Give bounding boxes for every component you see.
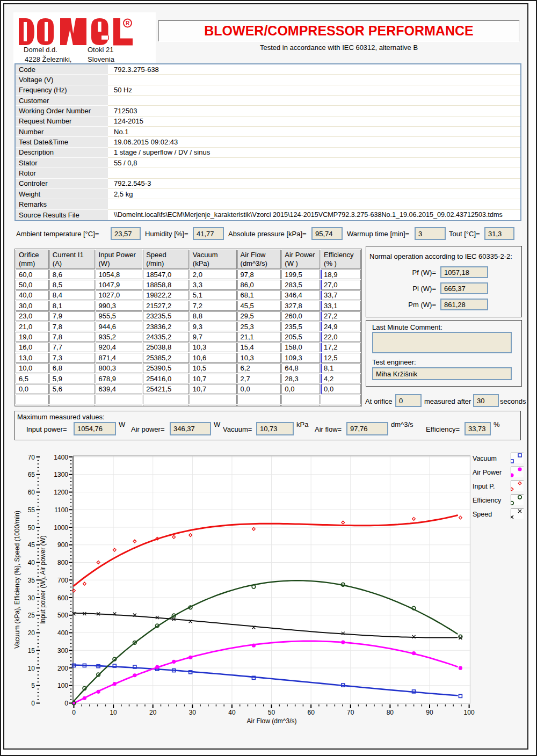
info-value [108,168,520,178]
info-value: 55 / 0,8 [108,158,520,168]
table-cell: 935,2 [96,332,143,341]
table-cell: 30,0 [16,301,49,310]
table-cell: 24335,2 [143,332,189,341]
table-cell: 17,2 [321,343,361,352]
svg-text:800: 800 [57,559,68,566]
table-cell: 7,3 [49,353,95,362]
max-value-unit: W [119,420,125,428]
table-cell: 10,3 [237,353,281,362]
table-header: Vacuum(kPa) [190,250,237,269]
table-cell: 9,7 [190,332,237,341]
legend-item-input-p-[interactable]: Input P. [473,481,524,492]
table-row: 10,06,8800,325390,510,56,264,88,1 [16,364,361,373]
info-row: Frequency (Hz)50 Hz [16,85,520,96]
performance-chart: 0510152025303540455055606570010020030040… [11,447,524,737]
svg-text:45: 45 [28,541,35,549]
table-cell: 19822,2 [143,290,189,300]
svg-text:100: 100 [464,709,475,716]
table-cell: 346,4 [281,290,320,300]
max-value-input[interactable]: 346,37 [170,422,211,435]
nop-input[interactable]: 1057,18 [440,266,488,278]
max-value-input[interactable]: 97,76 [346,422,388,435]
max-value-label: Air flow= [315,425,342,433]
svg-text:0: 0 [64,700,68,707]
max-value-input[interactable]: 1054,76 [74,422,116,435]
svg-text:15: 15 [28,647,35,655]
svg-text:600: 600 [57,594,68,602]
table-cell: 16,0 [16,343,49,352]
info-row: Request Number124-2015 [16,117,520,127]
legend-item-air-power[interactable]: Air Power [473,467,524,478]
table-cell: 199,5 [281,270,320,279]
measured-after-input[interactable]: 30 [473,394,499,407]
ambient-input[interactable]: 95,74 [311,227,343,240]
ambient-label: Absolute pressure [kPa]= [228,230,307,238]
table-cell: 8,6 [49,270,95,279]
address-company: Domel d.d. [24,46,57,54]
nop-input[interactable]: 861,28 [440,299,488,310]
svg-text:30: 30 [28,594,35,602]
info-value: 19.06.2015 09:02:43 [108,137,520,147]
info-row: Description1 stage / superflow / DV / si… [16,148,520,158]
table-cell: 10,7 [190,384,237,394]
orifice-input[interactable]: 0 [395,394,422,407]
normal-operation-title: Normal operation according to IEC 60335-… [369,252,512,260]
table-cell: 8,1 [321,364,361,373]
svg-text:Input power (W), Air power (W): Input power (W), Air power (W) [39,535,47,624]
table-row: 0,05,6639,425421,510,70,00,00,0 [16,384,361,394]
table-cell: 260,0 [281,311,320,321]
legend-item-vacuum[interactable]: Vacuum [473,453,524,464]
table-header: Current I1(A) [49,250,95,269]
max-value-unit: kPa [296,420,308,428]
info-row: Remarks [16,199,520,209]
table-cell: 920,4 [96,343,143,352]
ambient-input[interactable]: 31,3 [484,227,514,240]
max-value-input[interactable]: 33,73 [465,422,491,435]
info-label: Frequency (Hz) [16,85,108,96]
ambient-input[interactable]: 41,77 [193,227,224,240]
table-cell [190,405,237,406]
table-cell: 27,0 [321,280,361,289]
engineer-input[interactable]: Miha Kržišnik [372,367,512,380]
table-cell: 3,3 [190,280,237,289]
max-value-label: Input power= [26,425,67,433]
table-cell [96,395,143,404]
max-value-input[interactable]: 10,73 [256,422,294,435]
info-label: Customer [16,96,108,106]
nop-input[interactable]: 665,37 [440,282,488,294]
svg-text:50: 50 [268,709,275,716]
table-cell [237,405,281,406]
table-cell: 7,2 [190,301,237,310]
svg-text:1100: 1100 [54,506,68,514]
table-cell: 283,5 [281,280,320,289]
info-label: Controler [16,179,108,189]
comment-textarea[interactable] [372,332,512,353]
svg-text:10: 10 [110,709,117,716]
table-cell: 327,8 [281,301,320,310]
svg-text:70: 70 [347,709,354,716]
max-value-label: Vacuum= [223,425,252,433]
table-cell: 5,1 [190,290,237,300]
svg-text:100: 100 [57,682,68,689]
table-cell: 6,5 [16,374,49,383]
measurement-table[interactable]: Orifice(mm)Current I1(A)Input Power(W)Sp… [14,249,362,406]
info-value: 792.3.275-638 [108,64,520,75]
ambient-input[interactable]: 23,57 [111,227,141,240]
max-value-label: Efficiency= [426,425,460,433]
info-row: Source Results File\\Domelnt.local\fs\EC… [16,210,520,220]
table-cell: 22,0 [321,332,361,341]
table-cell: 944,6 [96,322,143,331]
table-cell: 9,3 [190,322,237,331]
table-cell: 10,6 [190,353,237,362]
legend-item-speed[interactable]: Speed [473,509,524,520]
table-cell: 7,7 [49,343,95,352]
table-cell: 8,4 [49,290,95,300]
info-row: Code792.3.275-638 [16,64,520,75]
nop-label: Pf (W)= [397,268,436,277]
svg-text:60: 60 [28,489,35,496]
max-value-label: Air power= [131,425,165,433]
ambient-input[interactable]: 3 [415,227,446,240]
table-cell: 50,0 [16,280,49,289]
svg-text:70: 70 [28,454,35,461]
legend-item-efficiency[interactable]: Efficiency [473,495,524,506]
